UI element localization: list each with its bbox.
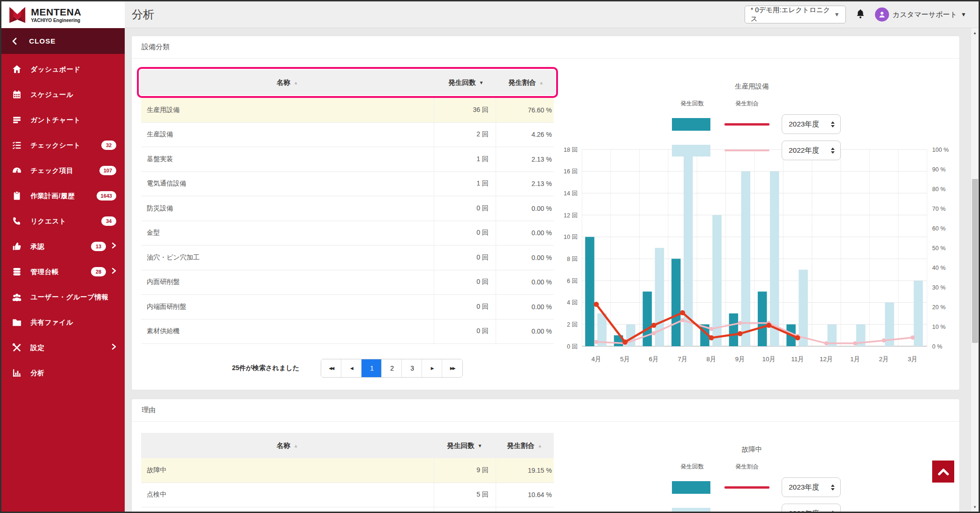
topbar: 分析 * 0デモ用:エレクトロニクス ▼ [125, 1, 979, 28]
column-header-1[interactable]: 名称▲ [140, 78, 435, 87]
chart-legend: 発生回数 発生割合 2023年度 2022年度 [672, 100, 841, 160]
pager-arrow-button[interactable]: ▶▶ [442, 359, 462, 377]
sort-asc-icon: ▲ [294, 443, 298, 448]
scrollbar-down-arrow-icon[interactable]: ▼ [971, 503, 979, 511]
table-row[interactable]: 点検中 5 回 10.64 % [141, 483, 554, 508]
sidebar-item-9[interactable]: 管理台帳28 [1, 259, 125, 284]
gantt-icon [11, 114, 23, 126]
sidebar-item-2[interactable]: スケジュール [1, 82, 125, 107]
sidebar-item-8[interactable]: 承認13 [1, 234, 125, 259]
year-select-2023[interactable]: 2023年度 [782, 114, 841, 134]
app-window: MENTENA YACHIYO Engineering CLOSE ダッシュボー… [1, 1, 979, 512]
row-count: 0 回 [434, 270, 496, 295]
column-header-1[interactable]: 名称▲ [141, 441, 434, 450]
sidebar-item-13[interactable]: 分析 [1, 360, 125, 386]
table-row[interactable]: 故障中 9 回 19.15 % [141, 458, 554, 483]
table-row[interactable]: 生産設備 2 回 4.26 % [141, 123, 554, 148]
svg-text:16 回: 16 回 [564, 168, 578, 175]
svg-text:14 回: 14 回 [564, 190, 578, 197]
table-row[interactable]: 防災設備 0 回 0.00 % [141, 196, 554, 221]
table-row[interactable]: 油穴・ピン穴加工 0 回 0.00 % [141, 245, 554, 270]
pager-arrow-button[interactable]: ◀◀ [321, 359, 341, 377]
pager-page-3[interactable]: 3 [402, 359, 422, 377]
svg-text:80 %: 80 % [932, 186, 946, 193]
ratio-line-2022 [724, 149, 769, 151]
svg-text:8 回: 8 回 [567, 256, 578, 262]
sidebar-item-4[interactable]: チェックシート32 [1, 133, 125, 158]
svg-text:30 %: 30 % [932, 284, 946, 291]
row-count: 0 回 [434, 320, 496, 344]
svg-text:10月: 10月 [762, 356, 776, 363]
user-name: カスタマーサポート [893, 10, 957, 19]
table-row[interactable]: 生産用設備 36 回 76.60 % [141, 98, 554, 123]
column-header-2[interactable]: 発生回数▼ [434, 441, 496, 450]
row-count: 2 回 [434, 123, 496, 147]
pager-arrow-button[interactable]: ◀ [341, 359, 362, 377]
year-select-2022[interactable]: 2022年度 [782, 141, 841, 160]
table-row[interactable]: 内面研削盤 0 回 0.00 % [141, 270, 554, 295]
brand-subname: YACHIYO Engineering [31, 18, 81, 23]
brand-logo[interactable]: MENTENA YACHIYO Engineering [1, 1, 125, 28]
count-swatch-2022 [672, 145, 710, 156]
row-ratio: 2.13 % [496, 147, 554, 171]
database-icon [11, 266, 23, 277]
sidebar-item-1[interactable]: ダッシュボード [1, 57, 125, 82]
pager-arrow-button[interactable]: ▶ [422, 359, 442, 377]
notifications-bell-icon[interactable] [854, 8, 867, 21]
svg-text:20 %: 20 % [932, 304, 946, 311]
thumbsup-icon [11, 241, 23, 252]
row-ratio: 4.26 % [496, 123, 554, 147]
sidebar-item-label: ユーザー・グループ情報 [30, 293, 109, 302]
svg-text:90 %: 90 % [932, 166, 946, 173]
row-name: 生産用設備 [141, 98, 434, 122]
legend-ratio-label: 発生割合 [722, 100, 772, 108]
svg-text:12月: 12月 [820, 356, 833, 363]
sidebar-item-10[interactable]: ユーザー・グループ情報 [1, 284, 125, 310]
sort-asc-icon: ▲ [538, 443, 543, 448]
pager-page-1[interactable]: 1 [362, 359, 382, 377]
row-count: 0 回 [434, 221, 496, 245]
pager-page-2[interactable]: 2 [382, 359, 402, 377]
reason-card-title: 理由 [132, 399, 959, 422]
sidebar-close-button[interactable]: CLOSE [1, 28, 125, 54]
row-ratio: 76.60 % [496, 98, 554, 122]
sidebar-item-11[interactable]: 共有ファイル [1, 310, 125, 335]
row-name: 基盤実装 [141, 147, 434, 171]
table-row[interactable]: 電気通信設備 1 回 2.13 % [141, 172, 554, 197]
scrollbar-thumb[interactable] [972, 179, 978, 343]
table-row[interactable]: 内端面研削盤 0 回 0.00 % [141, 295, 554, 320]
sidebar-item-label: スケジュール [30, 90, 74, 99]
sort-desc-icon: ▼ [478, 443, 482, 448]
year-select-2023[interactable]: 2023年度 [782, 477, 841, 497]
sidebar-item-12[interactable]: 設定 [1, 335, 125, 360]
user-menu[interactable]: カスタマーサポート ▼ [875, 7, 966, 22]
scrollbar-up-arrow-icon[interactable]: ▲ [971, 29, 979, 37]
sidebar-item-5[interactable]: チェック項目107 [1, 158, 125, 183]
table-row[interactable]: 金型 0 回 0.00 % [141, 221, 554, 246]
row-count: 0 回 [434, 245, 496, 270]
vertical-scrollbar[interactable]: ▲ ▼ [971, 28, 979, 512]
column-header-3[interactable]: 発生割合▲ [496, 441, 554, 450]
svg-text:40 %: 40 % [932, 265, 946, 271]
spinner-icon [831, 121, 835, 127]
row-name: 故障中 [141, 458, 434, 483]
checksheet-icon [11, 140, 23, 151]
row-name: 内端面研削盤 [141, 295, 434, 319]
table-row[interactable]: 素材供給機 0 回 0.00 % [141, 320, 554, 344]
sidebar-item-7[interactable]: リクエスト34 [1, 208, 125, 234]
sidebar-item-3[interactable]: ガントチャート [1, 107, 125, 133]
clipboard-icon [11, 190, 23, 201]
year-select-2022[interactable]: 2022年度 [782, 504, 841, 512]
column-header-3[interactable]: 発生割合▲ [497, 78, 555, 87]
svg-text:10 %: 10 % [932, 324, 946, 330]
column-header-2[interactable]: 発生回数▼ [435, 78, 497, 87]
table-row[interactable]: 基盤実装 1 回 2.13 % [141, 147, 554, 172]
table-row[interactable]: 外部に依頼 2 回 4.26 % [141, 507, 554, 512]
scroll-to-top-button[interactable] [932, 461, 954, 483]
count-badge: 107 [99, 166, 116, 175]
sidebar-item-label: チェック項目 [30, 166, 73, 175]
environment-select[interactable]: * 0デモ用:エレクトロニクス ▼ [745, 6, 846, 23]
sidebar-item-6[interactable]: 作業計画/履歴1643 [1, 183, 125, 208]
count-badge: 13 [91, 242, 106, 251]
count-badge: 34 [101, 216, 116, 226]
